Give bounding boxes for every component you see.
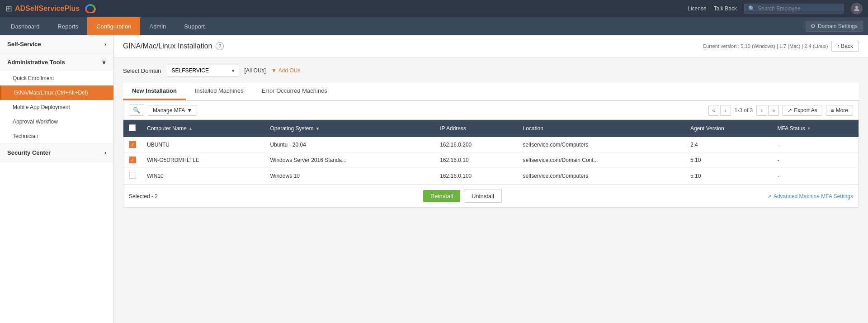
chevron-right-icon: › <box>104 41 106 48</box>
tab-new-installation[interactable]: New Installation <box>123 83 186 100</box>
row-checkbox-1[interactable]: ✓ <box>129 157 136 163</box>
domain-select[interactable]: SELFSERVICE <box>167 65 239 76</box>
dropdown-arrow-icon: ▼ <box>187 107 192 114</box>
uninstall-button[interactable]: Uninstall <box>464 190 502 203</box>
table-search-button[interactable]: 🔍 <box>129 104 144 116</box>
ip-header: IP Address <box>434 120 517 137</box>
back-button[interactable]: ‹ Back <box>831 41 859 52</box>
user-avatar[interactable] <box>851 3 863 14</box>
domain-row: Select Domain SELFSERVICE ▼ [All OUs] ▼ … <box>123 65 859 76</box>
table-row: WIN10 Windows 10 162.16.0.100 selfservic… <box>123 168 859 185</box>
domain-label: Select Domain <box>123 67 161 74</box>
self-service-header[interactable]: Self-Service › <box>0 35 113 53</box>
search-box: 🔍 <box>744 4 844 14</box>
computer-name-cell-1: WIN-G5DRDMHLTLE <box>142 152 264 168</box>
sidebar: Self-Service › Administrative Tools ∨ Qu… <box>0 35 114 323</box>
security-center-section: Security Center › <box>0 144 113 162</box>
ip-cell-2: 162.16.0.100 <box>434 168 517 185</box>
license-link[interactable]: License <box>688 5 706 12</box>
external-link-icon: ↗ <box>767 193 772 200</box>
mfa-status-cell-1: - <box>772 152 859 168</box>
installation-tabs: New Installation Installed Machines Erro… <box>123 83 859 100</box>
mfa-status-cell-2: - <box>772 168 859 185</box>
prev-page-button[interactable]: ‹ <box>720 105 731 116</box>
version-info: Current version : 5.10 (Windows) | 1.7 (… <box>703 41 859 52</box>
topbar: ⊞ ADSelfServicePlus License Talk Back 🔍 <box>0 0 868 17</box>
os-cell-2: Windows 10 <box>264 168 434 185</box>
os-header: Operating System ▼ <box>264 120 434 137</box>
row-checkbox-cell-0: ✓ <box>123 137 142 152</box>
sort-desc-icon: ▼ <box>807 126 811 131</box>
grid-icon[interactable]: ⊞ <box>5 4 12 14</box>
chevron-right-icon: › <box>104 149 106 156</box>
all-ous-label: [All OUs] <box>245 67 266 74</box>
domain-settings-button[interactable]: ⚙ Domain Settings <box>806 21 863 32</box>
select-all-header <box>123 120 142 137</box>
advanced-mfa-settings-link[interactable]: ↗ Advanced Machine MFA Settings <box>767 193 853 200</box>
search-icon: 🔍 <box>748 5 755 12</box>
tab-admin[interactable]: Admin <box>140 17 175 35</box>
manage-mfa-button[interactable]: Manage MFA ▼ <box>148 105 197 116</box>
agent-version-cell-2: 5.10 <box>685 168 772 185</box>
os-cell-0: Ubuntu - 20.04 <box>264 137 434 152</box>
help-icon[interactable]: ? <box>216 42 224 50</box>
page-title: GINA/Mac/Linux Installation ? <box>123 42 224 50</box>
row-checkbox-cell-1: ✓ <box>123 152 142 168</box>
domain-select-wrapper: SELFSERVICE ▼ <box>167 65 239 76</box>
more-icon: ≡ <box>831 107 834 114</box>
chevron-left-icon: ‹ <box>837 43 839 49</box>
sidebar-item-technician[interactable]: Technician <box>0 129 113 143</box>
selected-info: Selected - 2 <box>129 193 158 200</box>
more-button[interactable]: ≡ More <box>826 105 853 116</box>
table-footer: Selected - 2 Reinstall Uninstall ↗ Advan… <box>123 185 859 207</box>
row-checkbox-0[interactable]: ✓ <box>129 141 136 148</box>
export-icon: ↗ <box>788 107 792 114</box>
sidebar-item-mobile[interactable]: Mobile App Deployment <box>0 100 113 114</box>
admin-tools-header[interactable]: Administrative Tools ∨ <box>0 53 113 71</box>
pagination-nav: « ‹ 1-3 of 3 › » <box>708 105 779 116</box>
location-cell-2: selfservice.com/Computers <box>518 168 685 185</box>
agent-version-header: Agent Version <box>685 120 772 137</box>
agent-version-cell-0: 2.4 <box>685 137 772 152</box>
table-section: 🔍 Manage MFA ▼ « ‹ 1-3 of 3 › <box>123 100 859 208</box>
tab-support[interactable]: Support <box>175 17 214 35</box>
toolbar-right: « ‹ 1-3 of 3 › » ↗ Export As ≡ More <box>708 105 853 116</box>
page-info: 1-3 of 3 <box>732 107 756 114</box>
ip-cell-0: 162.16.0.200 <box>434 137 517 152</box>
select-all-checkbox[interactable] <box>129 124 136 131</box>
tab-reports[interactable]: Reports <box>49 17 88 35</box>
navbar-left: Dashboard Reports Configuration Admin Su… <box>2 17 214 35</box>
page-header: GINA/Mac/Linux Installation ? Current ve… <box>114 35 868 57</box>
location-cell-1: selfservice.com/Domain Cont... <box>518 152 685 168</box>
search-icon: 🔍 <box>133 107 140 114</box>
tab-installed-machines[interactable]: Installed Machines <box>186 83 253 100</box>
agent-version-cell-1: 5.10 <box>685 152 772 168</box>
location-cell-0: selfservice.com/Computers <box>518 137 685 152</box>
layout: Self-Service › Administrative Tools ∨ Qu… <box>0 35 868 323</box>
main-content: GINA/Mac/Linux Installation ? Current ve… <box>114 35 868 323</box>
sort-icon: ▲ <box>189 126 193 131</box>
reinstall-button[interactable]: Reinstall <box>423 190 460 202</box>
sidebar-item-approval[interactable]: Approval Workflow <box>0 114 113 129</box>
talk-back-link[interactable]: Talk Back <box>714 5 737 12</box>
computer-name-cell-2: WIN10 <box>142 168 264 185</box>
add-ous-link[interactable]: ▼ Add OUs <box>271 67 301 74</box>
search-input[interactable] <box>758 5 840 12</box>
tab-dashboard[interactable]: Dashboard <box>2 17 49 35</box>
data-table: Computer Name ▲ Operating System ▼ I <box>123 120 859 185</box>
first-page-button[interactable]: « <box>708 105 719 116</box>
tab-configuration[interactable]: Configuration <box>87 17 140 35</box>
tab-error-machines[interactable]: Error Occurred Machines <box>253 83 336 100</box>
security-center-header[interactable]: Security Center › <box>0 144 113 162</box>
svg-point-0 <box>855 6 858 9</box>
sidebar-item-gina[interactable]: GINA/Mac/Linux (Ctrl+Alt+Del) <box>0 86 113 100</box>
computer-name-cell-0: UBUNTU <box>142 137 264 152</box>
gear-icon: ⚙ <box>811 23 816 29</box>
next-page-button[interactable]: › <box>756 105 767 116</box>
topbar-right: License Talk Back 🔍 <box>688 3 863 14</box>
sidebar-item-quick-enrollment[interactable]: Quick Enrollment <box>0 71 113 86</box>
row-checkbox-2[interactable] <box>129 172 136 179</box>
export-button[interactable]: ↗ Export As <box>783 105 822 116</box>
footer-actions: Reinstall Uninstall <box>423 190 502 203</box>
last-page-button[interactable]: » <box>768 105 779 116</box>
